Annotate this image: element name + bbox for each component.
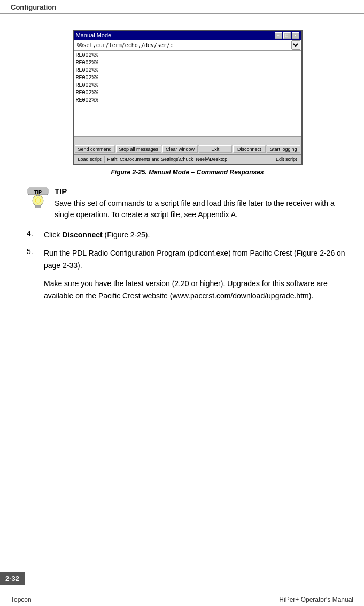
step-4-number: 4.: [27, 229, 40, 237]
header-title: Configuration: [11, 3, 56, 11]
tip-icon: TIP: [27, 187, 49, 209]
svg-rect-4: [35, 207, 41, 208]
output-line: RE002%%: [76, 52, 299, 59]
titlebar-buttons: − □ ×: [275, 32, 299, 39]
exit-button[interactable]: Exit: [199, 145, 231, 153]
buttons-row2: Load script Path: C:\Documents and Setti…: [74, 154, 301, 164]
buttons-row1: Send commendStop all messagesClear windo…: [74, 144, 301, 154]
output-line: RE002%%: [76, 82, 299, 89]
footer-right: HiPer+ Operator's Manual: [279, 596, 353, 603]
stop-all-messages-button[interactable]: Stop all messages: [116, 145, 162, 153]
horizontal-scrollbar[interactable]: [74, 136, 301, 144]
step-5-number: 5.: [27, 247, 40, 256]
output-area: RE002%%RE002%%RE002%%RE002%%RE002%%RE002…: [74, 51, 301, 136]
tip-text: Save this set of commands to a script fi…: [55, 198, 348, 220]
tip-content: TIP Save this set of commands to a scrip…: [55, 187, 348, 220]
step-5-extra: Make sure you have the latest version (2…: [44, 278, 348, 302]
path-text: Path: C:\Documents and Settings\Chuck_Ne…: [106, 157, 272, 162]
tip-bulb-icon: TIP: [27, 187, 49, 209]
clear-window-button[interactable]: Clear window: [162, 145, 198, 153]
start-logging-button[interactable]: Start logging: [267, 145, 300, 153]
input-dropdown[interactable]: [292, 40, 300, 50]
svg-line-7: [34, 196, 35, 197]
disconnect-bold: Disconnect: [62, 231, 102, 239]
page-header: Configuration: [0, 0, 364, 14]
edit-script-button[interactable]: Edit script: [273, 156, 300, 163]
window-titlebar: Manual Mode − □ ×: [74, 31, 301, 40]
svg-point-2: [33, 195, 43, 206]
svg-text:TIP: TIP: [34, 189, 42, 195]
main-content: Manual Mode − □ × RE002%%RE002%%RE002%%R…: [0, 14, 364, 350]
output-line: RE002%%: [76, 89, 299, 97]
svg-rect-3: [35, 205, 41, 206]
svg-line-6: [41, 196, 42, 197]
maximize-button[interactable]: □: [283, 32, 291, 39]
command-input[interactable]: [75, 41, 292, 49]
close-button[interactable]: ×: [292, 32, 299, 39]
list-item-5: 5. Run the PDL Radio Configuration Progr…: [27, 247, 348, 271]
figure-container: Manual Mode − □ × RE002%%RE002%%RE002%%R…: [73, 30, 303, 176]
output-line: RE002%%: [76, 97, 299, 104]
window-title: Manual Mode: [76, 32, 112, 39]
step-4-content: Click Disconnect (Figure 2-25).: [44, 229, 348, 241]
footer-left: Topcon: [11, 596, 32, 603]
output-line: RE002%%: [76, 59, 299, 67]
load-script-button[interactable]: Load script: [75, 156, 105, 163]
minimize-button[interactable]: −: [275, 32, 282, 39]
numbered-list: 4. Click Disconnect (Figure 2-25). 5. Ru…: [27, 229, 348, 302]
list-item-4: 4. Click Disconnect (Figure 2-25).: [27, 229, 348, 241]
send-commend-button[interactable]: Send commend: [75, 145, 115, 153]
tip-section: TIP TIP Save this set of commands to a s…: [27, 187, 348, 220]
page-footer: Topcon HiPer+ Operator's Manual: [0, 593, 364, 606]
step-5-content: Run the PDL Radio Configuration Program …: [44, 247, 348, 271]
manual-mode-window: Manual Mode − □ × RE002%%RE002%%RE002%%R…: [73, 30, 303, 165]
tip-label: TIP: [55, 187, 348, 196]
output-line: RE002%%: [76, 74, 299, 82]
window-input-bar: [74, 40, 301, 51]
disconnect-button[interactable]: Disconnect: [233, 145, 266, 153]
figure-caption: Figure 2-25. Manual Mode – Command Respo…: [73, 168, 303, 176]
page-number-badge: 2-32: [0, 572, 25, 585]
output-line: RE002%%: [76, 67, 299, 74]
